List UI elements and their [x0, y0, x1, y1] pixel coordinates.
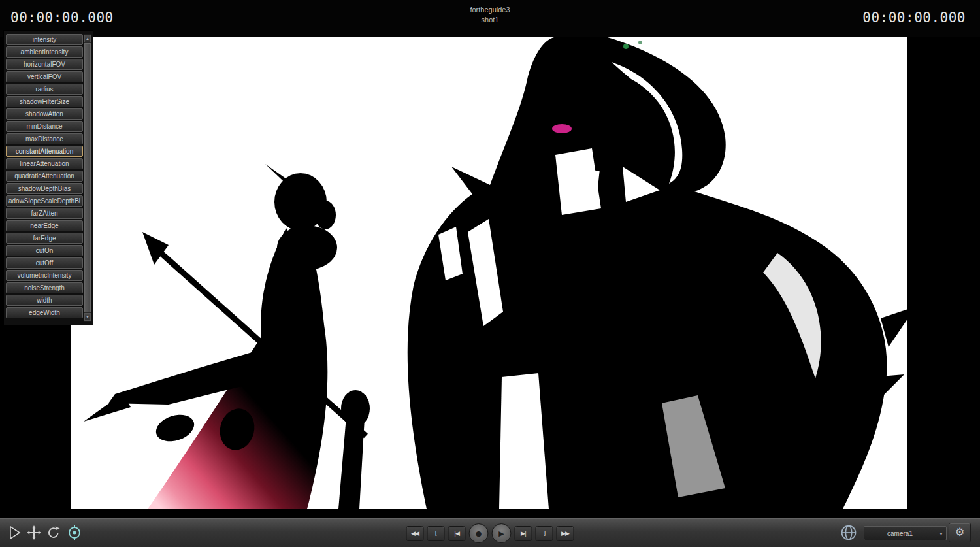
parameter-list: intensityambientIntensityhorizontalFOVve… [6, 34, 83, 320]
param-item-radius[interactable]: radius [6, 84, 83, 95]
cursor-arrow-icon [7, 525, 22, 540]
render-scene [71, 37, 907, 509]
rewind-button[interactable]: ◀◀ [406, 526, 424, 541]
select-tool[interactable] [5, 523, 24, 542]
param-item-horizontalFOV[interactable]: horizontalFOV [6, 59, 83, 70]
scrollbar-thumb[interactable] [84, 43, 91, 312]
go-to-end-button[interactable]: ▶| [515, 526, 532, 541]
parameter-scrollbar[interactable]: ▲ ▼ [84, 34, 91, 322]
param-item-cutOn[interactable]: cutOn [6, 245, 83, 256]
eye-glint [552, 124, 572, 133]
param-item-shadowFilterSize[interactable]: shadowFilterSize [6, 96, 83, 107]
rotate-arrows-icon [46, 525, 61, 540]
render-viewport[interactable] [71, 37, 907, 509]
green-glint [623, 44, 629, 49]
move-tool[interactable] [25, 523, 43, 542]
param-item-nearEdge[interactable]: nearEdge [6, 220, 83, 231]
param-item-farZAtten[interactable]: farZAtten [6, 208, 83, 219]
scroll-down-icon[interactable]: ▼ [84, 313, 91, 321]
transport-controls: ◀◀[|◀●▶▶|]▶▶ [406, 519, 574, 547]
go-to-start-button[interactable]: |◀ [448, 526, 466, 541]
scroll-up-icon[interactable]: ▲ [84, 35, 91, 42]
param-item-edgeWidth[interactable]: edgeWidth [6, 307, 83, 318]
move-arrows-icon [26, 525, 42, 540]
rotate-tool[interactable] [44, 523, 63, 542]
param-item-farEdge[interactable]: farEdge [6, 233, 83, 244]
application-window: 00:00:00.000 00:00:00.000 fortheguide3 s… [0, 0, 980, 547]
globe-icon [840, 523, 858, 542]
orbit-target-icon [67, 525, 82, 540]
gear-icon: ⚙ [955, 526, 964, 539]
title-block: fortheguide3 shot1 [0, 5, 980, 25]
param-item-cutOff[interactable]: cutOff [6, 257, 83, 269]
param-item-ambientIntensity[interactable]: ambientIntensity [6, 46, 83, 58]
loop-in-button[interactable]: [ [427, 526, 445, 541]
top-bar: 00:00:00.000 00:00:00.000 fortheguide3 s… [0, 0, 980, 37]
param-item-quadraticAttenuation[interactable]: quadraticAttenuation [6, 171, 83, 182]
shot-title: shot1 [0, 15, 980, 25]
param-item-shadowAtten[interactable]: shadowAtten [6, 108, 83, 120]
param-item-adowSlopeScaleDepthBi[interactable]: adowSlopeScaleDepthBi [6, 195, 83, 207]
camera-select[interactable]: camera1 ▼ [864, 526, 947, 540]
param-item-linearAttenuation[interactable]: linearAttenuation [6, 158, 83, 169]
param-item-noiseStrength[interactable]: noiseStrength [6, 282, 83, 293]
param-item-width[interactable]: width [6, 295, 83, 306]
record-button[interactable]: ● [469, 523, 489, 543]
orbit-tool[interactable] [65, 523, 84, 542]
bottom-toolbar: ◀◀[|◀●▶▶|]▶▶ camera1 ▼ ⚙ [0, 518, 980, 547]
param-item-shadowDepthBias[interactable]: shadowDepthBias [6, 183, 83, 194]
param-item-constantAttenuation[interactable]: constantAttenuation [6, 146, 83, 157]
param-item-volumetricIntensity[interactable]: volumetricIntensity [6, 270, 83, 281]
project-title: fortheguide3 [0, 5, 980, 15]
param-item-minDistance[interactable]: minDistance [6, 121, 83, 132]
play-button[interactable]: ▶ [492, 523, 512, 543]
chevron-down-icon[interactable]: ▼ [936, 527, 946, 540]
fast-forward-button[interactable]: ▶▶ [557, 526, 574, 541]
loop-out-button[interactable]: ] [536, 526, 553, 541]
param-item-intensity[interactable]: intensity [6, 34, 83, 45]
param-item-verticalFOV[interactable]: verticalFOV [6, 71, 83, 82]
world-view-button[interactable] [840, 523, 858, 542]
settings-button[interactable]: ⚙ [949, 523, 971, 542]
light-parameter-panel: intensityambientIntensityhorizontalFOVve… [3, 30, 93, 325]
camera-select-value: camera1 [864, 530, 936, 537]
param-item-maxDistance[interactable]: maxDistance [6, 133, 83, 144]
